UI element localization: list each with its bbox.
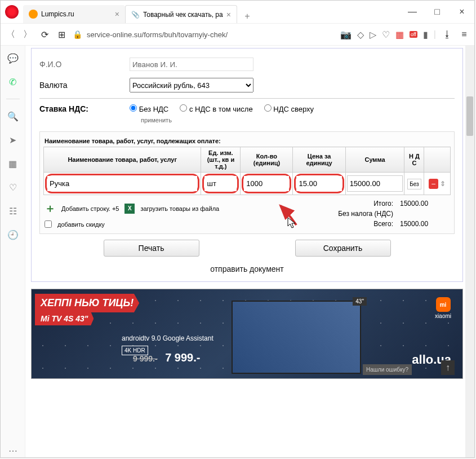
- items-table: Наименование товара, работ, услуг Ед. из…: [43, 147, 451, 195]
- close-icon[interactable]: ×: [226, 10, 231, 19]
- feedback-button[interactable]: Нашли ошибку?: [363, 364, 412, 375]
- load-file-link[interactable]: загрузить товары из файла: [140, 205, 219, 212]
- camera-icon[interactable]: 📷: [340, 29, 352, 40]
- bookmark-icon[interactable]: ▮: [423, 29, 428, 40]
- close-button[interactable]: ×: [450, 3, 474, 21]
- name-input[interactable]: [47, 176, 197, 191]
- maximize-button[interactable]: □: [425, 3, 450, 21]
- nds-opt-none[interactable]: Без НДС: [130, 104, 168, 113]
- ad-banner[interactable]: ХЕППІ НЬЮ ТИЦЬ! Mi TV 4S 43" androidtv 9…: [31, 289, 463, 379]
- plus-icon[interactable]: ＋: [45, 201, 56, 216]
- unit-input[interactable]: [204, 176, 237, 191]
- col-nds: Н Д С: [404, 147, 424, 173]
- currency-select[interactable]: Российский рубль, 643: [130, 78, 253, 92]
- reload-button[interactable]: ⟳: [39, 29, 50, 40]
- itogo-value: 15000.00: [400, 200, 445, 208]
- heart-icon[interactable]: ♡: [382, 29, 390, 40]
- messenger-icon[interactable]: 💬: [6, 51, 20, 65]
- minimize-button[interactable]: —: [400, 3, 425, 21]
- vsego-label: Всего:: [373, 220, 393, 228]
- opera-icon: [5, 5, 19, 19]
- apply-link[interactable]: применить: [39, 117, 455, 123]
- nalogi-label: Без налога (НДС): [338, 210, 393, 218]
- col-sum: Сумма: [345, 147, 404, 173]
- xiaomi-logo: mi xiaomi: [435, 297, 451, 319]
- banner-price: 7 999.-: [165, 351, 200, 364]
- url-text: service-online.su/forms/buh/tovarnyiy-ch…: [87, 30, 228, 39]
- nds-opt-top[interactable]: НДС сверху: [264, 104, 314, 113]
- col-price: Цена за единицу: [293, 147, 345, 173]
- scrollbar[interactable]: [465, 46, 474, 457]
- banner-title: ХЕППІ НЬЮ ТИЦЬ!: [35, 294, 139, 312]
- send-document-link[interactable]: отправить документ: [39, 262, 455, 276]
- table-title: Наименование товара, работ, услуг, подле…: [43, 135, 451, 147]
- col-name: Наименование товара, работ, услуг: [44, 147, 201, 173]
- whatsapp-icon[interactable]: ✆: [6, 75, 20, 89]
- nds-opt-incl[interactable]: с НДС в том числе: [180, 104, 252, 113]
- nds-label: Ставка НДС:: [39, 104, 118, 113]
- favicon-lumpics: [29, 10, 38, 19]
- tv-size: 43": [353, 297, 367, 306]
- discount-label: добавить скидку: [57, 221, 105, 228]
- address-bar[interactable]: 🔒 service-online.su/forms/buh/tovarnyiy-…: [73, 30, 335, 39]
- banner-old-price: 9 999.-: [133, 354, 158, 363]
- col-actions: [424, 147, 451, 173]
- new-tab-button[interactable]: +: [241, 10, 254, 23]
- scroll-thumb[interactable]: [466, 96, 473, 136]
- send-icon[interactable]: ➤: [6, 133, 20, 147]
- sidebar: 💬 ✆ 🔍 ➤ ▦ ♡ ☷ 🕘 ⋯: [1, 46, 25, 457]
- table-row: Без – ⇕: [44, 173, 451, 195]
- news-icon[interactable]: ☷: [6, 204, 20, 218]
- back-button[interactable]: 〈: [5, 29, 16, 40]
- ext-icon[interactable]: ▦: [395, 29, 404, 40]
- tab-title: Товарный чек скачать, ра: [143, 11, 223, 19]
- excel-icon[interactable]: X: [124, 204, 135, 214]
- tabs: Lumpics.ru × 📎 Товарный чек скачать, ра …: [23, 1, 400, 23]
- menu-icon[interactable]: ≡: [459, 29, 470, 40]
- more-icon[interactable]: ⋯: [6, 444, 20, 457]
- close-icon[interactable]: ×: [115, 10, 119, 19]
- favicon-check: 📎: [131, 11, 140, 19]
- scroll-top-button[interactable]: ↑: [441, 360, 455, 375]
- play-icon[interactable]: ▷: [370, 29, 376, 40]
- forward-button[interactable]: 〉: [22, 29, 33, 40]
- banner-subtitle: Mi TV 4S 43": [35, 312, 94, 325]
- sum-output: [347, 175, 403, 192]
- speed-dial-icon[interactable]: ⊞: [56, 29, 67, 40]
- col-unit: Ед. изм. (шт., кв и т.д.): [201, 147, 241, 173]
- search-icon[interactable]: 🔍: [6, 109, 20, 123]
- itogo-label: Итого:: [373, 200, 393, 208]
- discount-checkbox[interactable]: [45, 220, 52, 228]
- heart-icon[interactable]: ♡: [6, 180, 20, 194]
- tab-lumpics[interactable]: Lumpics.ru ×: [23, 5, 125, 23]
- currency-label: Валюта: [39, 81, 118, 90]
- save-button[interactable]: Сохранить: [295, 240, 391, 257]
- shield-icon[interactable]: ◇: [357, 29, 364, 40]
- nds-value[interactable]: Без: [407, 179, 421, 189]
- tab-title: Lumpics.ru: [41, 10, 74, 18]
- fio-label: Ф.И.О: [39, 60, 118, 69]
- tv-image: 43": [232, 301, 361, 374]
- price-input[interactable]: [296, 176, 341, 191]
- print-button[interactable]: Печать: [104, 240, 199, 257]
- apps-icon[interactable]: ▦: [6, 157, 20, 170]
- banner-tech: androidtv 9.0 Google Assistant: [122, 334, 213, 342]
- fio-input[interactable]: [130, 58, 253, 71]
- lock-icon: 🔒: [73, 30, 82, 39]
- delete-row-button[interactable]: –: [429, 179, 438, 189]
- vsego-value: 15000.00: [400, 220, 445, 228]
- qty-input[interactable]: [244, 176, 289, 191]
- adblock-icon[interactable]: off: [410, 31, 417, 38]
- download-icon[interactable]: ⭳: [442, 29, 453, 40]
- tab-check[interactable]: 📎 Товарный чек скачать, ра ×: [125, 5, 237, 23]
- sort-icon[interactable]: ⇕: [440, 180, 446, 188]
- add-row-link[interactable]: Добавить строку. +5: [61, 205, 119, 212]
- col-qty: Кол-во (единиц): [241, 147, 293, 173]
- history-icon[interactable]: 🕘: [6, 228, 20, 241]
